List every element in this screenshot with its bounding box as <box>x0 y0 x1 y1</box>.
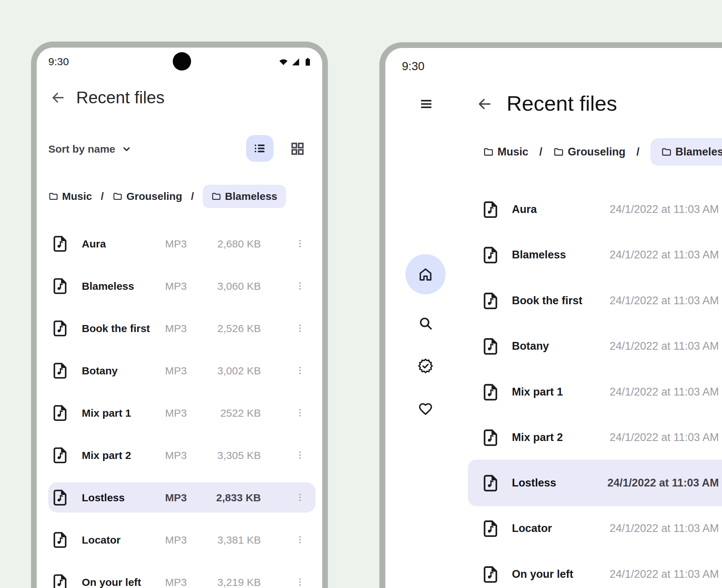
folder-icon <box>211 191 221 201</box>
file-type: MP3 <box>158 322 194 335</box>
file-name: Mix part 2 <box>512 431 563 444</box>
file-row[interactable]: Locator MP3 3,381 KB <box>48 525 316 555</box>
file-row-selected[interactable]: Lostless 24/1/2022 at 11:03 AM <box>468 460 722 506</box>
more-options-button[interactable] <box>292 447 308 463</box>
file-row[interactable]: Mix part 2 MP3 3,305 KB <box>48 440 316 470</box>
search-icon <box>418 316 434 331</box>
file-name: Botany <box>512 339 549 353</box>
more-options-button[interactable] <box>292 574 308 588</box>
audio-file-icon <box>51 319 69 337</box>
breadcrumb-label: Grouseling <box>568 146 625 158</box>
file-row[interactable]: Botany 24/1/2022 at 11:03 AM <box>468 323 722 369</box>
kebab-menu-icon <box>295 238 305 249</box>
file-row[interactable]: Blameless MP3 3,060 KB <box>48 271 316 301</box>
audio-file-icon <box>51 362 69 379</box>
breadcrumb-label: Music <box>497 146 528 158</box>
file-name: Aura <box>512 203 537 216</box>
file-row[interactable]: On your left 24/1/2022 at 11:03 AM <box>468 551 722 588</box>
file-size: 2,833 KB <box>190 491 261 504</box>
file-name: Botany <box>82 365 118 377</box>
file-name: Book the first <box>512 294 582 307</box>
breadcrumb-separator: / <box>539 146 543 158</box>
breadcrumb-item-blameless-active[interactable]: Blameless <box>650 138 722 166</box>
breadcrumb-separator: / <box>101 190 104 202</box>
breadcrumb-item-grouseling[interactable]: Grouseling <box>112 190 182 202</box>
more-options-button[interactable] <box>292 363 308 378</box>
audio-file-icon <box>481 200 500 219</box>
file-name: Mix part 1 <box>82 407 131 419</box>
file-type: MP3 <box>158 534 194 546</box>
kebab-menu-icon <box>295 323 305 333</box>
file-name: Mix part 2 <box>82 449 131 462</box>
file-row[interactable]: Aura 24/1/2022 at 11:03 AM <box>468 186 722 233</box>
file-type: MP3 <box>158 449 194 462</box>
breadcrumb-label: Blameless <box>675 146 722 158</box>
back-arrow-icon <box>50 90 66 105</box>
rail-item-verified[interactable] <box>417 358 434 374</box>
file-row-selected[interactable]: Lostless MP3 2,833 KB <box>48 482 316 513</box>
audio-file-icon <box>51 446 69 464</box>
more-options-button[interactable] <box>292 405 308 421</box>
file-row[interactable]: Botany MP3 3,002 KB <box>48 355 316 386</box>
audio-file-icon <box>481 565 500 583</box>
file-name: Locator <box>512 522 552 535</box>
file-type: MP3 <box>158 407 194 419</box>
file-row[interactable]: On your left MP3 3,219 KB <box>48 567 316 588</box>
rail-item-search[interactable] <box>417 315 434 331</box>
list-view-button[interactable] <box>246 135 274 162</box>
phone-right-screen: 9:30 Recent files Music / Grouseling / <box>385 48 722 588</box>
file-row[interactable]: Aura MP3 2,680 KB <box>48 228 316 259</box>
folder-icon <box>112 191 122 201</box>
home-icon <box>417 266 434 283</box>
file-name: On your left <box>82 576 141 588</box>
audio-file-icon <box>51 531 69 549</box>
audio-file-icon <box>481 292 500 310</box>
grid-view-button[interactable] <box>289 141 306 157</box>
back-button[interactable] <box>50 90 66 105</box>
file-type: MP3 <box>158 280 194 293</box>
more-options-button[interactable] <box>292 236 308 251</box>
status-time: 9:30 <box>402 59 424 73</box>
file-type: MP3 <box>158 491 194 504</box>
rail-item-home-selected[interactable] <box>405 254 446 294</box>
file-row[interactable]: Book the first MP3 2,526 KB <box>48 313 316 343</box>
kebab-menu-icon <box>295 408 305 418</box>
file-row[interactable]: Locator 24/1/2022 at 11:03 AM <box>468 505 722 552</box>
breadcrumb-item-grouseling[interactable]: Grouseling <box>553 146 625 158</box>
kebab-menu-icon <box>295 492 305 503</box>
file-row[interactable]: Mix part 1 24/1/2022 at 11:03 AM <box>468 369 722 415</box>
sort-menu-button[interactable]: Sort by name <box>48 143 132 155</box>
breadcrumb-label: Music <box>62 190 92 202</box>
file-row[interactable]: Book the first 24/1/2022 at 11:03 AM <box>468 277 722 324</box>
file-type: MP3 <box>158 576 194 588</box>
breadcrumb-item-music[interactable]: Music <box>48 190 92 202</box>
file-row[interactable]: Mix part 1 MP3 2522 KB <box>48 398 316 428</box>
breadcrumb-item-music[interactable]: Music <box>483 146 528 158</box>
back-button[interactable] <box>476 96 492 112</box>
file-name: Mix part 1 <box>512 385 563 399</box>
file-name: Book the first <box>82 322 150 335</box>
menu-icon <box>418 96 434 112</box>
more-options-button[interactable] <box>292 278 308 294</box>
audio-file-icon <box>51 489 69 506</box>
more-options-button[interactable] <box>292 532 308 547</box>
phone-frame-left: 9:30 Recent files Sort by name <box>31 42 328 588</box>
list-view-icon <box>252 141 267 156</box>
page-title: Recent files <box>507 91 617 116</box>
rail-item-favorites[interactable] <box>417 401 434 417</box>
audio-file-icon <box>481 474 500 492</box>
file-row[interactable]: Mix part 2 24/1/2022 at 11:03 AM <box>468 414 722 461</box>
audio-file-icon <box>481 246 500 264</box>
audio-file-icon <box>481 428 500 447</box>
page: 9:30 Recent files Sort by name <box>0 0 722 588</box>
file-modified-date: 24/1/2022 at 11:03 AM <box>606 431 719 444</box>
grid-view-icon <box>289 141 306 157</box>
breadcrumb-item-blameless-active[interactable]: Blameless <box>203 185 286 208</box>
menu-button[interactable] <box>418 96 434 112</box>
more-options-button[interactable] <box>292 320 308 336</box>
file-row[interactable]: Blameless 24/1/2022 at 11:03 AM <box>468 232 722 278</box>
more-options-button[interactable] <box>292 490 308 505</box>
file-name: On your left <box>512 568 573 581</box>
audio-file-icon <box>51 404 69 422</box>
status-time: 9:30 <box>48 55 69 68</box>
